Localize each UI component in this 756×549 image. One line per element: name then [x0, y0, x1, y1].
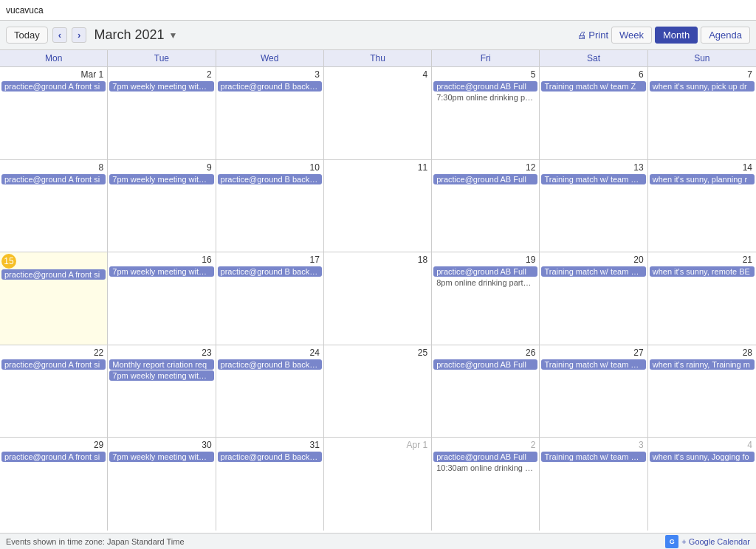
day-number: 20 [541, 254, 645, 266]
calendar-cell[interactable]: 29practice@ground A front si [0, 438, 108, 531]
day-number: 10 [218, 162, 322, 173]
calendar-event[interactable]: 7pm weekly meeting with te [109, 174, 213, 184]
calendar-cell[interactable]: 21when it's sunny, remote BE [648, 252, 756, 345]
calendar-cell[interactable]: 23Monthly report criation req7pm weekly … [108, 345, 216, 438]
calendar-event[interactable]: when it's sunny, planning r [650, 174, 755, 184]
day-header-fri: Fri [432, 50, 540, 66]
day-number: 23 [109, 347, 213, 359]
calendar-event[interactable]: practice@ground B backsio [218, 266, 322, 277]
calendar-event[interactable]: Monthly report criation req [109, 359, 213, 370]
calendar-event[interactable]: Training match w/ team Z… [541, 452, 645, 462]
week-row-5: 29practice@ground A front si307pm weekly… [0, 438, 756, 531]
calendar-cell[interactable]: 5practice@ground AB Full7:30pm online dr… [432, 67, 540, 159]
print-button[interactable]: 🖨 Print [577, 30, 608, 41]
month-dropdown-icon[interactable]: ▼ [168, 30, 177, 41]
calendar-cell[interactable]: Apr 1 [324, 438, 432, 531]
calendar-cell[interactable]: Mar 1practice@ground A front si [0, 67, 108, 159]
day-number: 14 [650, 162, 755, 173]
calendar-cell[interactable]: 14when it's sunny, planning r [648, 160, 756, 252]
google-calendar-icon: G [665, 535, 678, 548]
agenda-view-button[interactable]: Agenda [701, 27, 750, 44]
calendar-event[interactable]: Training match w/ team Z [541, 81, 645, 92]
calendar-cell[interactable]: 4when it's sunny, Jogging fo [648, 438, 756, 531]
calendar-cell[interactable]: 8practice@ground A front si [0, 160, 108, 252]
calendar-cell[interactable]: 13Training match w/ team T… [540, 160, 647, 252]
calendar-cell[interactable]: 28when it's rainny, Training m [648, 345, 756, 438]
calendar-event[interactable]: practice@ground B backsio [218, 174, 322, 184]
day-number: 30 [109, 439, 213, 451]
calendar-event[interactable]: practice@ground A front si [1, 81, 106, 92]
calendar-event[interactable]: 7pm weekly meeting with te [109, 266, 213, 277]
day-number: 29 [1, 439, 106, 451]
calendar-event[interactable]: 7pm weekly meeting with te [109, 81, 213, 92]
calendar-cell[interactable]: 26practice@ground AB Full [432, 345, 540, 438]
calendar-cell[interactable]: 27pm weekly meeting with te [108, 67, 216, 159]
day-number: 3 [541, 439, 645, 451]
calendar-cell[interactable]: 24practice@ground B backsio [216, 345, 324, 438]
calendar-event[interactable]: practice@ground B backsio [218, 359, 322, 370]
calendar-event[interactable]: practice@ground B backsio [218, 452, 322, 462]
day-number: 19 [433, 254, 537, 266]
calendar-cell[interactable]: 20Training match w/ team Z… [540, 252, 647, 345]
google-calendar-link[interactable]: G + Google Calendar [665, 535, 750, 548]
day-header-thu: Thu [324, 50, 432, 66]
week-view-button[interactable]: Week [611, 27, 652, 44]
calendar-cell[interactable]: 4 [324, 67, 432, 159]
day-number: 16 [109, 254, 213, 266]
month-title: March 2021 [94, 27, 164, 43]
calendar-cell[interactable]: 19practice@ground AB Full8pm online drin… [432, 252, 540, 345]
calendar-cell[interactable]: 17practice@ground B backsio [216, 252, 324, 345]
calendar-event[interactable]: practice@ground B backsio [218, 81, 322, 92]
calendar-cell[interactable]: 15practice@ground A front si [0, 252, 108, 345]
calendar-event[interactable]: when it's rainny, Training m [650, 359, 755, 370]
day-number: 3 [218, 69, 322, 80]
calendar-cell[interactable]: 18 [324, 252, 432, 345]
calendar-event[interactable]: practice@ground A front si [1, 359, 106, 370]
calendar-event[interactable]: Training match w/ team Z… [541, 266, 645, 277]
month-view-button[interactable]: Month [655, 27, 698, 44]
calendar-cell[interactable]: 6Training match w/ team Z [540, 67, 647, 159]
day-number: 2 [109, 69, 213, 80]
calendar-cell[interactable]: 22practice@ground A front si [0, 345, 108, 438]
calendar-event[interactable]: 7pm weekly meeting with te [109, 452, 213, 462]
calendar-event[interactable]: practice@ground AB Full [433, 359, 537, 370]
calendar-cell[interactable]: 7when it's sunny, pick up dr [648, 67, 756, 159]
calendar-cell[interactable]: 25 [324, 345, 432, 438]
calendar-event[interactable]: when it's sunny, pick up dr [650, 81, 755, 92]
calendar-cell[interactable]: 3practice@ground B backsio [216, 67, 324, 159]
calendar-event[interactable]: when it's sunny, Jogging fo [650, 452, 755, 462]
calendar-event[interactable]: Training match w/ team T… [541, 359, 645, 370]
calendar-event[interactable]: practice@ground AB Full [433, 81, 537, 92]
day-number: 12 [433, 162, 537, 173]
calendar-event[interactable]: Training match w/ team T… [541, 174, 645, 184]
calendar-event[interactable]: practice@ground A front si [1, 174, 106, 184]
day-header-mon: Mon [0, 50, 108, 66]
calendar-cell[interactable]: 167pm weekly meeting with te [108, 252, 216, 345]
calendar-cell[interactable]: 97pm weekly meeting with te [108, 160, 216, 252]
calendar-cell[interactable]: 307pm weekly meeting with te [108, 438, 216, 531]
calendar-cell[interactable]: 27Training match w/ team T… [540, 345, 647, 438]
calendar-cell[interactable]: 12practice@ground AB Full [432, 160, 540, 252]
day-number: 24 [218, 347, 322, 359]
next-button[interactable]: › [72, 27, 86, 43]
calendar-event[interactable]: when it's sunny, remote BE [650, 266, 755, 277]
calendar-cell[interactable]: 2practice@ground AB Full10:30am online d… [432, 438, 540, 531]
calendar-event[interactable]: 8pm online drinking party(or [433, 277, 537, 288]
calendar-cell[interactable]: 11 [324, 160, 432, 252]
day-header-sun: Sun [648, 50, 756, 66]
calendar-event[interactable]: practice@ground AB Full [433, 174, 537, 184]
day-number: 28 [650, 347, 755, 359]
calendar-event[interactable]: 7:30pm online drinking party [433, 92, 537, 103]
calendar-event[interactable]: practice@ground AB Full [433, 452, 537, 462]
day-number: 5 [433, 69, 537, 80]
calendar-event[interactable]: 7pm weekly meeting with te [109, 370, 213, 381]
calendar-event[interactable]: practice@ground A front si [1, 452, 106, 462]
calendar-event[interactable]: practice@ground AB Full [433, 266, 537, 277]
calendar-cell[interactable]: 3Training match w/ team Z… [540, 438, 647, 531]
calendar-cell[interactable]: 31practice@ground B backsio [216, 438, 324, 531]
calendar-event[interactable]: practice@ground A front si [1, 269, 106, 280]
prev-button[interactable]: ‹ [52, 27, 67, 43]
calendar-event[interactable]: 10:30am online drinking party [433, 463, 537, 473]
today-button[interactable]: Today [6, 27, 48, 44]
calendar-cell[interactable]: 10practice@ground B backsio [216, 160, 324, 252]
